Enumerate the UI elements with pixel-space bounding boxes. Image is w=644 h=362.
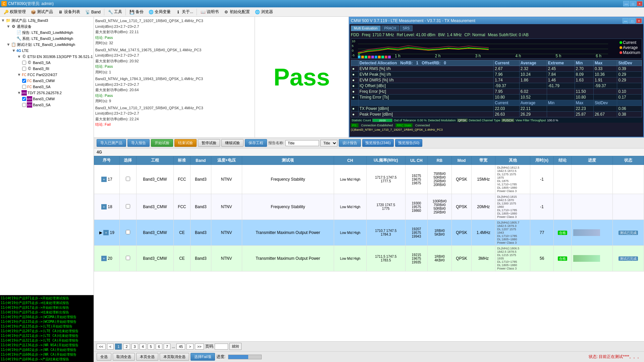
band-icon: 📡 bbox=[85, 9, 90, 15]
cancel-all-button[interactable]: 取消全选 bbox=[113, 353, 135, 361]
tree-band3-ri[interactable]: © Band3_RI bbox=[22, 66, 93, 72]
cmw-close[interactable]: × bbox=[636, 18, 642, 23]
tree-band3-sa-1[interactable]: © Band3_SA bbox=[22, 60, 93, 66]
cmw-row-evm-dmrs: ● EVM DMRS [%] I/h 1.74 1.86 1.46 1.63 1… bbox=[351, 77, 642, 83]
select-fail-button[interactable]: 选择Fail项 bbox=[191, 353, 215, 361]
tree-tdt[interactable]: ▼ SRC TD/T 2576.2&2578.2 bbox=[17, 90, 93, 96]
cmw-max-header: Max bbox=[593, 60, 617, 66]
page-input[interactable] bbox=[215, 344, 228, 350]
tree-report-item[interactable]: 📄 报告: LTE_Band3_LowMidHigh bbox=[11, 29, 93, 36]
maximize-button[interactable]: □ bbox=[630, 1, 636, 6]
menu-item-init[interactable]: ⚙ 初始化配置 bbox=[221, 8, 252, 15]
menu-item-band[interactable]: 📡 Band bbox=[83, 9, 103, 15]
page-3-button[interactable]: 3 bbox=[131, 344, 138, 350]
band3-cmw-fcc-checkbox[interactable] bbox=[22, 79, 26, 83]
menu-item-rights[interactable]: 🔑 权限管理 bbox=[1, 8, 28, 15]
design-report-button[interactable]: 设计报告 bbox=[339, 139, 361, 147]
tree-band3-cmw-fcc[interactable]: FC Band3_CMW bbox=[22, 78, 93, 84]
tree-band3-sa-tdt[interactable]: SRC Band3_SA bbox=[22, 102, 93, 108]
cmw-tab-prach[interactable]: PRACH bbox=[381, 25, 399, 31]
table-container[interactable]: 序号 选择 工程 标准 Band 温度+电压 测试项 CH UL频率(MHz) … bbox=[94, 156, 644, 341]
fcc-icon: FC bbox=[21, 72, 27, 77]
close-button[interactable]: × bbox=[637, 1, 643, 6]
report-name-input[interactable] bbox=[285, 140, 319, 146]
page-6-button[interactable]: 6 bbox=[156, 344, 162, 350]
band3-ri-checkbox[interactable] bbox=[22, 67, 26, 71]
4g-icon: 4G bbox=[16, 48, 21, 53]
page-last-button[interactable]: >> bbox=[195, 344, 204, 350]
progress-19 bbox=[573, 229, 600, 236]
conclusion-20: 合格 bbox=[558, 256, 567, 261]
cmw-meas: Meas Subfr/Slot: 0 /AB bbox=[488, 33, 529, 37]
menu-item-devices[interactable]: 🖥 设备列表 bbox=[56, 8, 82, 15]
band3-sa-tdt-checkbox[interactable] bbox=[22, 103, 26, 107]
row-18-checkbox[interactable] bbox=[126, 204, 130, 208]
band3-cmw-tdt-checkbox[interactable] bbox=[22, 97, 26, 101]
list-icon: 🖥 bbox=[58, 9, 63, 15]
page-45-button[interactable]: 45 bbox=[176, 344, 185, 350]
page-cancel-all-button[interactable]: 本页取消全选 bbox=[160, 353, 189, 361]
rrc-label: RRC State bbox=[395, 123, 413, 127]
tree-etsi[interactable]: ▼ © ETSI EN 301908-13(3GPP TS 36.521-1 bbox=[17, 54, 93, 60]
tree-root-icon: 📁 bbox=[5, 18, 11, 23]
jump-button[interactable]: 就转 bbox=[229, 343, 241, 350]
cmw-maximize[interactable]: □ bbox=[629, 18, 635, 23]
menu-item-backup[interactable]: 💾 备份 bbox=[127, 8, 146, 15]
menu-item-about[interactable]: ℹ 关于... bbox=[173, 8, 195, 15]
menu-item-global[interactable]: 🌐 全局变量 bbox=[146, 8, 173, 15]
results-text-panel: Band3_NTNV_Low_1710_7_19207_1RB#0_QPSK_1… bbox=[94, 17, 255, 137]
page-4-button[interactable]: 4 bbox=[140, 344, 146, 350]
page-1-button[interactable]: 1 bbox=[115, 344, 122, 350]
tree-toggle[interactable]: ▼ bbox=[1, 18, 5, 23]
tree-system-item[interactable]: 🔧 系统: LTE_Band3_LowMidHigh bbox=[11, 36, 93, 42]
preview-report-2346-button[interactable]: 预览报告(2346) bbox=[362, 139, 394, 147]
row-19-checkbox[interactable] bbox=[126, 230, 130, 234]
save-project-button[interactable]: 保存工程 bbox=[245, 139, 267, 147]
average-dot bbox=[620, 46, 622, 49]
import-report-button[interactable]: 导入报告 bbox=[127, 139, 150, 147]
th-status: 状态 bbox=[612, 156, 644, 165]
menu-item-browser[interactable]: 🌐 浏览器 bbox=[253, 8, 275, 15]
expand-row-17[interactable]: + bbox=[101, 177, 107, 182]
menu-item-product[interactable]: 📦 测试产品 bbox=[29, 8, 55, 15]
select-all-button[interactable]: 全选 bbox=[97, 353, 111, 361]
page-first-button[interactable]: << bbox=[97, 344, 106, 350]
tree-general-device[interactable]: ▼ ⚙ 通用设备 bbox=[6, 23, 93, 29]
band3-sa-checkbox-1[interactable] bbox=[22, 61, 26, 65]
cmw-tab-multi[interactable]: Multi Evaluation bbox=[351, 25, 381, 31]
preview-report-50-button[interactable]: 预览报告(50) bbox=[395, 139, 423, 147]
row-17-checkbox[interactable] bbox=[126, 177, 130, 181]
tree-4g-lte[interactable]: ▼ 4G LTE bbox=[11, 48, 93, 54]
end-test-button[interactable]: 结束试验 bbox=[174, 139, 197, 147]
tree-test-plan[interactable]: ▼ 📋 测试计划: LTE_Band3_LowMidHigh bbox=[6, 42, 93, 48]
tree-band3-sa-fcc[interactable]: FC Band3_SA bbox=[22, 84, 93, 90]
tree-fcc[interactable]: ▼ FC FCC Part22/24/27 bbox=[17, 72, 93, 78]
report-name-select[interactable]: Title bbox=[320, 140, 337, 146]
cmw-tab-srs[interactable]: SRS bbox=[400, 25, 413, 31]
page-prev-button[interactable]: < bbox=[107, 344, 114, 350]
menu-item-tools[interactable]: 🔧 工具 bbox=[106, 8, 124, 15]
row-20-checkbox[interactable] bbox=[126, 256, 130, 260]
expand-row-20[interactable]: + bbox=[101, 256, 107, 261]
tree-toggle-2[interactable]: ▼ bbox=[6, 24, 11, 29]
minimize-button[interactable]: — bbox=[623, 1, 629, 6]
result-line: 最大发射功率(dBm): 20.64 bbox=[95, 87, 253, 93]
menu-item-manual[interactable]: 📖 说明书 bbox=[198, 8, 221, 15]
cmw-minimize[interactable]: — bbox=[623, 18, 629, 23]
page-next-button[interactable]: > bbox=[186, 344, 193, 350]
start-test-button[interactable]: 开始试验 bbox=[151, 139, 173, 147]
page-2-button[interactable]: 2 bbox=[123, 344, 130, 350]
tree-container[interactable]: ▼ 📁 测试产品: LZ6j_Band3 ▼ ⚙ 通用设备 📄 报告: LTE_… bbox=[0, 17, 94, 295]
continue-test-button[interactable]: 继续试验 bbox=[221, 139, 244, 147]
import-product-button[interactable]: 导入已测产品 bbox=[97, 139, 126, 147]
tree-root[interactable]: ▼ 📁 测试产品: LZ6j_Band3 bbox=[1, 17, 93, 23]
page-7-button[interactable]: 7 bbox=[164, 344, 170, 350]
expand-row-18[interactable]: + bbox=[101, 204, 107, 209]
window-controls[interactable]: — □ × bbox=[623, 1, 643, 6]
tree-band3-cmw-tdt[interactable]: SRC Band3_CMW bbox=[22, 96, 93, 102]
page-select-all-button[interactable]: 本页全选 bbox=[136, 353, 158, 361]
expand-row-19[interactable]: + bbox=[103, 230, 109, 235]
page-5-button[interactable]: 5 bbox=[148, 344, 154, 350]
pause-test-button[interactable]: 暂停试验 bbox=[198, 139, 220, 147]
band3-sa-fcc-checkbox[interactable] bbox=[22, 85, 26, 89]
